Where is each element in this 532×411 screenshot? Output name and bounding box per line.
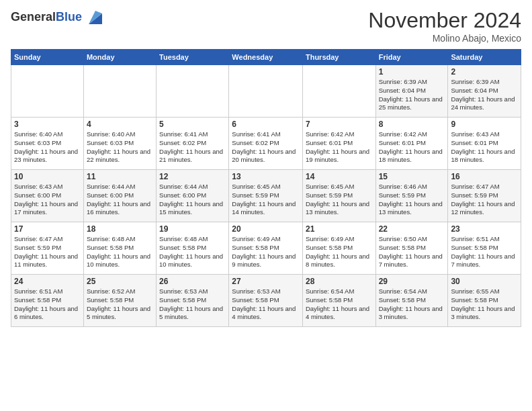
- day-info: Sunrise: 6:49 AM Sunset: 5:58 PM Dayligh…: [306, 235, 373, 269]
- calendar-cell: [83, 65, 156, 118]
- month-title: November 2024: [368, 8, 521, 33]
- day-number: 13: [232, 172, 300, 181]
- day-number: 30: [451, 277, 518, 286]
- day-number: 11: [87, 172, 153, 181]
- day-info: Sunrise: 6:39 AM Sunset: 6:04 PM Dayligh…: [379, 78, 445, 112]
- calendar-week-row: 17Sunrise: 6:47 AM Sunset: 5:59 PM Dayli…: [11, 222, 521, 275]
- day-info: Sunrise: 6:55 AM Sunset: 5:58 PM Dayligh…: [451, 287, 518, 322]
- calendar-cell: 10Sunrise: 6:43 AM Sunset: 6:00 PM Dayli…: [11, 170, 84, 222]
- col-wednesday: Wednesday: [229, 50, 303, 65]
- calendar-week-row: 24Sunrise: 6:51 AM Sunset: 5:58 PM Dayli…: [11, 275, 521, 327]
- day-number: 20: [232, 224, 300, 234]
- calendar-cell: 29Sunrise: 6:54 AM Sunset: 5:58 PM Dayli…: [375, 275, 448, 327]
- calendar-cell: 7Sunrise: 6:42 AM Sunset: 6:01 PM Daylig…: [302, 118, 375, 170]
- calendar-week-row: 10Sunrise: 6:43 AM Sunset: 6:00 PM Dayli…: [11, 170, 521, 222]
- day-info: Sunrise: 6:54 AM Sunset: 5:58 PM Dayligh…: [306, 287, 373, 322]
- calendar-cell: 26Sunrise: 6:53 AM Sunset: 5:58 PM Dayli…: [157, 275, 229, 327]
- day-number: 9: [451, 120, 518, 129]
- calendar-cell: [11, 65, 84, 118]
- day-info: Sunrise: 6:48 AM Sunset: 5:58 PM Dayligh…: [159, 235, 226, 269]
- day-number: 5: [159, 120, 226, 129]
- calendar-cell: 21Sunrise: 6:49 AM Sunset: 5:58 PM Dayli…: [302, 222, 375, 275]
- day-number: 10: [14, 172, 81, 181]
- calendar-cell: 4Sunrise: 6:40 AM Sunset: 6:03 PM Daylig…: [83, 118, 156, 170]
- page-container: GeneralBlue November 2024 Molino Abajo, …: [0, 0, 532, 332]
- calendar-cell: 1Sunrise: 6:39 AM Sunset: 6:04 PM Daylig…: [375, 65, 448, 118]
- day-info: Sunrise: 6:53 AM Sunset: 5:58 PM Dayligh…: [232, 287, 300, 322]
- day-info: Sunrise: 6:45 AM Sunset: 5:59 PM Dayligh…: [232, 183, 300, 217]
- calendar-table: Sunday Monday Tuesday Wednesday Thursday…: [11, 49, 521, 327]
- day-info: Sunrise: 6:42 AM Sunset: 6:01 PM Dayligh…: [379, 130, 445, 165]
- calendar-cell: 25Sunrise: 6:52 AM Sunset: 5:58 PM Dayli…: [83, 275, 156, 327]
- logo-icon: [83, 8, 102, 27]
- day-info: Sunrise: 6:41 AM Sunset: 6:02 PM Dayligh…: [159, 130, 226, 165]
- day-info: Sunrise: 6:54 AM Sunset: 5:58 PM Dayligh…: [379, 287, 445, 322]
- day-number: 1: [379, 67, 445, 77]
- calendar-cell: 19Sunrise: 6:48 AM Sunset: 5:58 PM Dayli…: [157, 222, 229, 275]
- calendar-cell: [157, 65, 229, 118]
- calendar-cell: 20Sunrise: 6:49 AM Sunset: 5:58 PM Dayli…: [229, 222, 303, 275]
- day-info: Sunrise: 6:51 AM Sunset: 5:58 PM Dayligh…: [14, 287, 81, 322]
- day-number: 18: [87, 224, 153, 234]
- day-number: 17: [14, 224, 81, 234]
- title-block: November 2024 Molino Abajo, Mexico: [368, 8, 521, 44]
- calendar-cell: 17Sunrise: 6:47 AM Sunset: 5:59 PM Dayli…: [11, 222, 84, 275]
- calendar-cell: 9Sunrise: 6:43 AM Sunset: 6:01 PM Daylig…: [448, 118, 521, 170]
- day-info: Sunrise: 6:40 AM Sunset: 6:03 PM Dayligh…: [14, 130, 81, 165]
- calendar-week-row: 3Sunrise: 6:40 AM Sunset: 6:03 PM Daylig…: [11, 118, 521, 170]
- day-number: 15: [379, 172, 445, 181]
- col-saturday: Saturday: [448, 50, 521, 65]
- calendar-cell: 3Sunrise: 6:40 AM Sunset: 6:03 PM Daylig…: [11, 118, 84, 170]
- day-number: 25: [87, 277, 153, 286]
- day-number: 22: [379, 224, 445, 234]
- day-info: Sunrise: 6:51 AM Sunset: 5:58 PM Dayligh…: [451, 235, 518, 269]
- calendar-cell: 23Sunrise: 6:51 AM Sunset: 5:58 PM Dayli…: [448, 222, 521, 275]
- day-info: Sunrise: 6:41 AM Sunset: 6:02 PM Dayligh…: [232, 130, 300, 165]
- day-number: 21: [306, 224, 373, 234]
- day-number: 29: [379, 277, 445, 286]
- day-number: 7: [306, 120, 373, 129]
- day-number: 2: [451, 67, 518, 77]
- day-number: 27: [232, 277, 300, 286]
- day-info: Sunrise: 6:49 AM Sunset: 5:58 PM Dayligh…: [232, 235, 300, 269]
- header: GeneralBlue November 2024 Molino Abajo, …: [11, 8, 521, 44]
- calendar-cell: 6Sunrise: 6:41 AM Sunset: 6:02 PM Daylig…: [229, 118, 303, 170]
- calendar-cell: 30Sunrise: 6:55 AM Sunset: 5:58 PM Dayli…: [448, 275, 521, 327]
- calendar-cell: [229, 65, 303, 118]
- day-info: Sunrise: 6:43 AM Sunset: 6:01 PM Dayligh…: [451, 130, 518, 165]
- calendar-cell: 27Sunrise: 6:53 AM Sunset: 5:58 PM Dayli…: [229, 275, 303, 327]
- day-info: Sunrise: 6:52 AM Sunset: 5:58 PM Dayligh…: [87, 287, 153, 322]
- calendar-cell: 18Sunrise: 6:48 AM Sunset: 5:58 PM Dayli…: [83, 222, 156, 275]
- day-info: Sunrise: 6:47 AM Sunset: 5:59 PM Dayligh…: [451, 183, 518, 217]
- calendar-cell: [302, 65, 375, 118]
- calendar-cell: 5Sunrise: 6:41 AM Sunset: 6:02 PM Daylig…: [157, 118, 229, 170]
- location: Molino Abajo, Mexico: [368, 33, 521, 44]
- logo-general-text: GeneralBlue: [11, 11, 82, 24]
- day-number: 19: [159, 224, 226, 234]
- day-info: Sunrise: 6:53 AM Sunset: 5:58 PM Dayligh…: [159, 287, 226, 322]
- logo: GeneralBlue: [11, 8, 102, 27]
- day-number: 28: [306, 277, 373, 286]
- calendar-cell: 2Sunrise: 6:39 AM Sunset: 6:04 PM Daylig…: [448, 65, 521, 118]
- day-info: Sunrise: 6:39 AM Sunset: 6:04 PM Dayligh…: [451, 78, 518, 112]
- calendar-cell: 22Sunrise: 6:50 AM Sunset: 5:58 PM Dayli…: [375, 222, 448, 275]
- day-info: Sunrise: 6:40 AM Sunset: 6:03 PM Dayligh…: [87, 130, 153, 165]
- calendar-cell: 24Sunrise: 6:51 AM Sunset: 5:58 PM Dayli…: [11, 275, 84, 327]
- day-info: Sunrise: 6:48 AM Sunset: 5:58 PM Dayligh…: [87, 235, 153, 269]
- col-friday: Friday: [375, 50, 448, 65]
- col-tuesday: Tuesday: [157, 50, 229, 65]
- col-monday: Monday: [83, 50, 156, 65]
- day-number: 24: [14, 277, 81, 286]
- day-number: 8: [379, 120, 445, 129]
- calendar-cell: 28Sunrise: 6:54 AM Sunset: 5:58 PM Dayli…: [302, 275, 375, 327]
- day-info: Sunrise: 6:46 AM Sunset: 5:59 PM Dayligh…: [379, 183, 445, 217]
- calendar-cell: 13Sunrise: 6:45 AM Sunset: 5:59 PM Dayli…: [229, 170, 303, 222]
- day-number: 3: [14, 120, 81, 129]
- day-number: 6: [232, 120, 300, 129]
- col-sunday: Sunday: [11, 50, 84, 65]
- day-info: Sunrise: 6:42 AM Sunset: 6:01 PM Dayligh…: [306, 130, 373, 165]
- day-info: Sunrise: 6:43 AM Sunset: 6:00 PM Dayligh…: [14, 183, 81, 217]
- day-info: Sunrise: 6:50 AM Sunset: 5:58 PM Dayligh…: [379, 235, 445, 269]
- calendar-cell: 16Sunrise: 6:47 AM Sunset: 5:59 PM Dayli…: [448, 170, 521, 222]
- day-info: Sunrise: 6:44 AM Sunset: 6:00 PM Dayligh…: [87, 183, 153, 217]
